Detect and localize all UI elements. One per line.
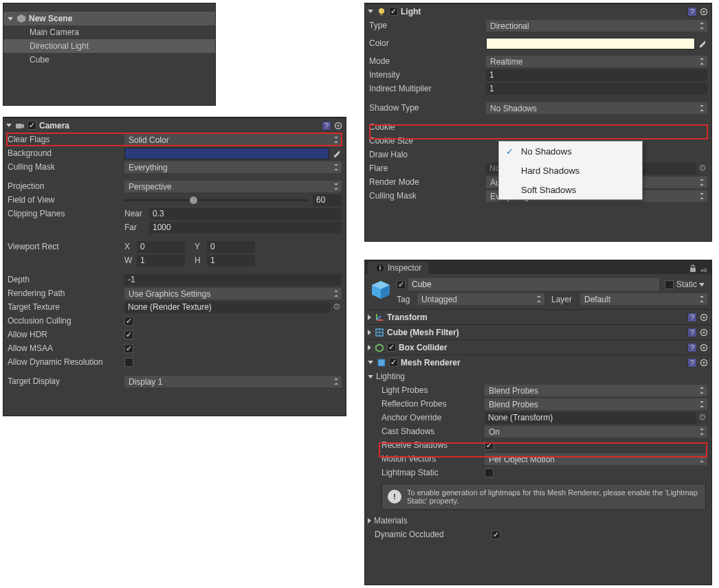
transform-title: Transform [387, 313, 428, 322]
gear-icon[interactable] [699, 7, 709, 16]
culling-mask-dropdown[interactable]: Everything [124, 161, 342, 173]
meshrenderer-foldout[interactable] [368, 361, 373, 364]
help-icon[interactable]: ? [687, 7, 697, 16]
camera-enable-checkbox[interactable] [27, 121, 36, 130]
msaa-checkbox[interactable] [124, 344, 133, 353]
shadow-type-dropdown[interactable]: No Shadows [486, 102, 707, 114]
highlight-shadow-type [369, 124, 708, 139]
gear-icon[interactable] [699, 358, 709, 368]
boxcollider-foldout[interactable] [368, 345, 371, 350]
background-label: Background [8, 148, 124, 158]
fov-label: Field of View [8, 195, 124, 205]
camera-icon [14, 120, 25, 131]
transform-icon [374, 312, 385, 323]
far-field[interactable]: 1000 [149, 222, 342, 234]
gear-icon[interactable] [333, 121, 343, 131]
transform-foldout[interactable] [368, 315, 371, 320]
lightbulb-icon [376, 6, 387, 17]
tag-dropdown[interactable]: Untagged [417, 293, 544, 305]
cube-icon [369, 278, 392, 302]
target-display-label: Target Display [8, 376, 124, 386]
help-icon[interactable]: ? [687, 313, 697, 322]
info-icon: i [375, 262, 386, 273]
occlusion-checkbox[interactable] [124, 317, 133, 326]
light-probes-label: Light Probes [381, 385, 485, 395]
light-probes-dropdown[interactable]: Blend Probes [485, 385, 707, 396]
viewport-w[interactable]: 1 [137, 255, 185, 267]
dyn-res-label: Allow Dynamic Resolution [8, 357, 124, 367]
gameobject-enable-checkbox[interactable] [397, 280, 406, 289]
light-color-field[interactable] [486, 38, 695, 49]
meshrenderer-enable-checkbox[interactable] [389, 358, 398, 367]
projection-dropdown[interactable]: Perspective [124, 181, 342, 192]
light-title: Light [401, 7, 421, 16]
hdr-label: Allow HDR [8, 330, 124, 339]
hdr-checkbox[interactable] [124, 330, 133, 339]
shadow-menu-soft-shadows[interactable]: Soft Shadows [499, 180, 642, 199]
light-type-dropdown[interactable]: Directional [486, 20, 707, 32]
light-mode-dropdown[interactable]: Realtime [486, 56, 707, 67]
shadow-menu-hard-shadows[interactable]: Hard Shadows [499, 161, 642, 180]
boxcollider-title: Box Collider [399, 343, 447, 352]
help-icon[interactable]: ? [687, 343, 697, 352]
gear-icon[interactable] [699, 328, 709, 337]
camera-foldout[interactable] [6, 124, 12, 127]
anchor-override-field[interactable]: None (Transform) [485, 412, 696, 424]
eyedropper-icon[interactable] [698, 38, 707, 48]
light-indirect-field[interactable]: 1 [486, 83, 707, 95]
help-icon[interactable]: ? [322, 121, 331, 131]
fov-field[interactable]: 60 [313, 194, 342, 206]
scene-foldout[interactable] [8, 17, 13, 21]
fov-slider[interactable]: 60 [124, 194, 342, 206]
target-display-dropdown[interactable]: Display 1 [124, 376, 342, 387]
inspector-tab[interactable]: i Inspector [368, 262, 428, 274]
gear-icon[interactable] [699, 313, 709, 322]
flare-label: Flare [369, 163, 486, 173]
unity-logo-icon [16, 13, 27, 24]
far-label: Far [124, 223, 149, 232]
dyn-res-checkbox[interactable] [124, 358, 133, 367]
draw-halo-label: Draw Halo [369, 150, 486, 159]
svg-point-5 [379, 8, 384, 14]
reflection-probes-dropdown[interactable]: Blend Probes [485, 398, 707, 410]
layer-dropdown[interactable]: Default [580, 293, 707, 305]
help-icon[interactable]: ? [687, 328, 697, 337]
lighting-foldout[interactable] [368, 375, 373, 378]
clipping-label: Clipping Planes [8, 209, 124, 218]
meshfilter-foldout[interactable] [368, 330, 371, 335]
eyedropper-icon[interactable] [332, 148, 342, 158]
reflection-probes-label: Reflection Probes [381, 399, 485, 409]
hierarchy-item-cube[interactable]: Cube [3, 53, 215, 67]
light-culling-mask-label: Culling Mask [369, 191, 486, 201]
dynamic-occluded-checkbox[interactable] [491, 530, 500, 539]
boxcollider-enable-checkbox[interactable] [387, 343, 396, 352]
light-enable-checkbox[interactable] [389, 7, 398, 16]
viewport-y[interactable]: 0 [207, 241, 255, 253]
viewport-h[interactable]: 1 [207, 255, 255, 267]
depth-field[interactable]: -1 [124, 274, 342, 286]
viewport-x[interactable]: 0 [137, 241, 185, 253]
near-field[interactable]: 0.3 [149, 208, 342, 220]
background-color-field[interactable] [124, 148, 329, 159]
shadow-menu-no-shadows[interactable]: ✓ No Shadows [499, 142, 642, 161]
hierarchy-item-main-camera[interactable]: Main Camera [3, 25, 215, 39]
static-checkbox[interactable] [665, 280, 674, 289]
cast-shadows-dropdown[interactable]: On [485, 426, 707, 438]
light-intensity-field[interactable]: 1 [486, 69, 707, 81]
materials-foldout[interactable] [368, 518, 371, 523]
static-dropdown-arrow[interactable] [699, 283, 705, 286]
projection-label: Projection [8, 181, 124, 191]
hierarchy-item-directional-light[interactable]: Directional Light [3, 39, 215, 53]
gear-icon[interactable] [699, 343, 709, 352]
gameobject-name-field[interactable]: Cube [408, 278, 659, 291]
lock-icon[interactable] [687, 263, 698, 274]
meshrenderer-icon [376, 357, 387, 368]
light-foldout[interactable] [368, 10, 373, 13]
tab-menu-icon[interactable]: ▪≡ [701, 267, 707, 274]
cast-shadows-label: Cast Shadows [381, 427, 485, 436]
target-texture-field[interactable]: None (Render Texture) [124, 302, 331, 313]
help-icon[interactable]: ? [687, 358, 697, 368]
layer-label: Layer [551, 295, 580, 304]
lightmap-static-checkbox[interactable] [485, 468, 494, 477]
rendering-path-dropdown[interactable]: Use Graphics Settings [124, 288, 342, 299]
